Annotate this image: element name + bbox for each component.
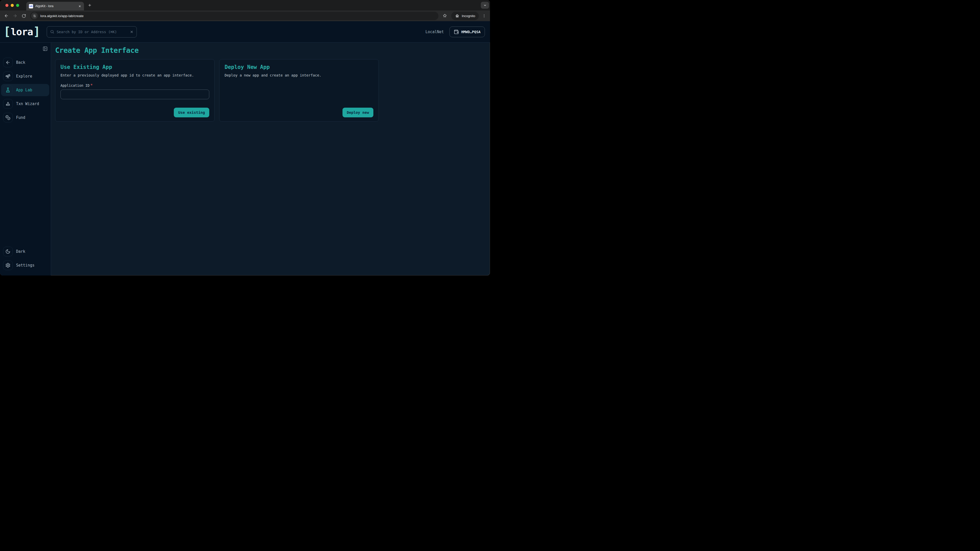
deploy-new-button[interactable]: Deploy new	[342, 108, 373, 118]
sidebar-item-app-lab[interactable]: App Lab	[1, 84, 49, 96]
sidebar-item-fund[interactable]: Fund	[1, 111, 49, 124]
incognito-badge: Incognito	[451, 12, 479, 20]
search-clear-icon[interactable]	[130, 30, 134, 34]
sidebar-item-label: App Lab	[16, 88, 32, 92]
coins-icon	[3, 113, 13, 122]
lora-app: [lora] LocalNet HMWD…PQSA	[0, 21, 490, 275]
application-id-label: Application ID	[60, 83, 89, 87]
zoom-window-button[interactable]	[16, 4, 19, 7]
tab-favicon: [ak]	[29, 4, 33, 8]
card-description: Enter a previously deployed app id to cr…	[60, 73, 209, 77]
sidebar-collapse-icon[interactable]	[41, 45, 49, 52]
gear-icon	[3, 260, 13, 270]
card-title: Use Existing App	[60, 64, 209, 70]
tab-search-button[interactable]	[481, 2, 489, 9]
page-title: Create App Interface	[55, 46, 485, 55]
sidebar-item-label: Txn Wizard	[16, 102, 39, 106]
sidebar-item-label: Settings	[16, 263, 35, 268]
sidebar-item-explore[interactable]: Explore	[1, 70, 49, 83]
application-id-input[interactable]	[60, 89, 209, 99]
deploy-new-app-card: Deploy New App Deploy a new app and crea…	[219, 59, 379, 122]
browser-tab[interactable]: [ak] AlgoKit - lora	[26, 2, 84, 11]
back-icon[interactable]	[3, 12, 10, 20]
use-existing-app-card: Use Existing App Enter a previously depl…	[55, 59, 215, 122]
browser-menu-icon[interactable]	[481, 12, 487, 20]
sidebar-item-label: Explore	[16, 74, 32, 79]
wallet-address: HMWD…PQSA	[461, 30, 480, 34]
sidebar-item-label: Dark	[16, 249, 25, 254]
logo-open-bracket: [	[3, 25, 11, 37]
wallet-icon	[454, 29, 459, 35]
search-input[interactable]	[57, 30, 127, 34]
app-header: [lora] LocalNet HMWD…PQSA	[0, 21, 490, 43]
logo-word: lora	[11, 27, 33, 37]
incognito-icon	[455, 14, 460, 18]
sidebar: Back Explore App Lab	[0, 43, 51, 275]
moon-icon	[3, 247, 13, 256]
incognito-label: Incognito	[462, 14, 475, 18]
sidebar-item-label: Back	[16, 60, 25, 65]
main-content: Create App Interface Use Existing App En…	[51, 43, 490, 275]
bookmark-star-icon[interactable]	[441, 12, 449, 20]
url-text: lora.algokit.io/app-lab/create	[40, 14, 84, 18]
tab-title: AlgoKit - lora	[35, 4, 75, 8]
traffic-lights	[0, 4, 19, 7]
lora-logo[interactable]: [lora]	[3, 26, 40, 38]
flask-icon	[3, 85, 13, 95]
search-icon	[50, 30, 54, 34]
tab-strip: [ak] AlgoKit - lora	[0, 0, 490, 11]
card-title: Deploy New App	[224, 64, 373, 70]
required-asterisk: *	[90, 83, 93, 88]
forward-icon[interactable]	[11, 12, 19, 20]
card-description: Deploy a new app and create an app inter…	[224, 73, 373, 77]
tab-close-icon[interactable]	[77, 4, 82, 8]
use-existing-button[interactable]: Use existing	[174, 108, 209, 118]
minimize-window-button[interactable]	[11, 4, 14, 7]
reload-icon[interactable]	[20, 12, 27, 20]
sidebar-item-back[interactable]: Back	[1, 56, 49, 68]
telescope-icon	[3, 71, 13, 81]
global-search	[47, 26, 137, 38]
network-label: LocalNet	[425, 30, 444, 34]
sidebar-item-label: Fund	[16, 115, 25, 120]
logo-close-bracket: ]	[33, 25, 40, 37]
browser-toolbar: lora.algokit.io/app-lab/create Incognito	[0, 11, 490, 21]
browser-window: [ak] AlgoKit - lora lora.algokit.io/a	[0, 0, 490, 275]
close-window-button[interactable]	[5, 4, 8, 7]
arrow-left-icon	[3, 58, 13, 67]
sidebar-item-theme-toggle[interactable]: Dark	[1, 245, 49, 258]
new-tab-button[interactable]	[86, 2, 93, 9]
wizard-hat-icon	[3, 99, 13, 109]
wallet-button[interactable]: HMWD…PQSA	[449, 27, 485, 37]
sidebar-item-settings[interactable]: Settings	[1, 259, 49, 272]
sidebar-item-txn-wizard[interactable]: Txn Wizard	[1, 98, 49, 110]
site-settings-icon[interactable]	[31, 13, 38, 19]
address-bar[interactable]: lora.algokit.io/app-lab/create	[30, 12, 438, 20]
